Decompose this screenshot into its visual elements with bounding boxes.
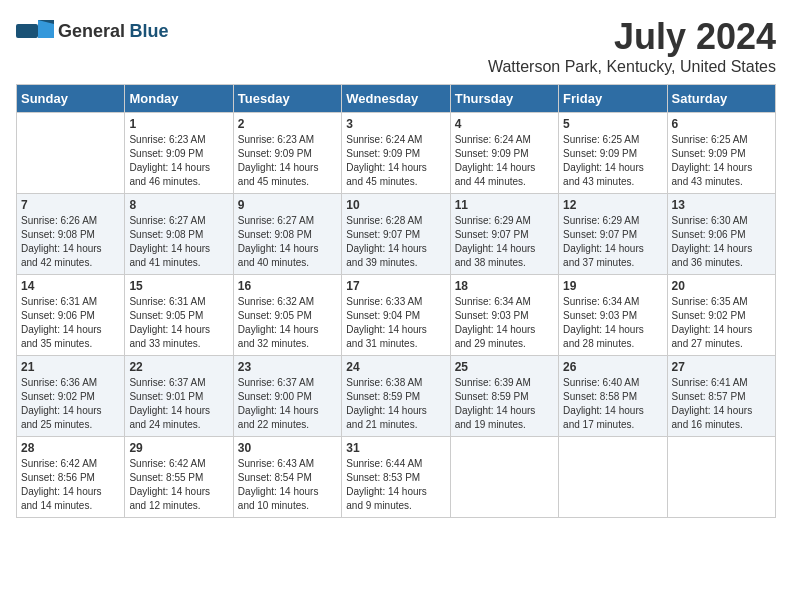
day-info: Sunrise: 6:28 AM Sunset: 9:07 PM Dayligh… xyxy=(346,214,445,270)
day-info: Sunrise: 6:33 AM Sunset: 9:04 PM Dayligh… xyxy=(346,295,445,351)
day-info: Sunrise: 6:27 AM Sunset: 9:08 PM Dayligh… xyxy=(129,214,228,270)
calendar-cell: 7Sunrise: 6:26 AM Sunset: 9:08 PM Daylig… xyxy=(17,194,125,275)
svg-rect-0 xyxy=(16,24,38,38)
day-number: 3 xyxy=(346,117,445,131)
day-number: 29 xyxy=(129,441,228,455)
weekday-header: Thursday xyxy=(450,85,558,113)
calendar-cell: 23Sunrise: 6:37 AM Sunset: 9:00 PM Dayli… xyxy=(233,356,341,437)
calendar-header: SundayMondayTuesdayWednesdayThursdayFrid… xyxy=(17,85,776,113)
calendar-cell: 16Sunrise: 6:32 AM Sunset: 9:05 PM Dayli… xyxy=(233,275,341,356)
calendar-cell: 19Sunrise: 6:34 AM Sunset: 9:03 PM Dayli… xyxy=(559,275,667,356)
calendar-cell: 5Sunrise: 6:25 AM Sunset: 9:09 PM Daylig… xyxy=(559,113,667,194)
calendar-week-row: 28Sunrise: 6:42 AM Sunset: 8:56 PM Dayli… xyxy=(17,437,776,518)
calendar-cell: 3Sunrise: 6:24 AM Sunset: 9:09 PM Daylig… xyxy=(342,113,450,194)
day-number: 6 xyxy=(672,117,771,131)
day-info: Sunrise: 6:42 AM Sunset: 8:56 PM Dayligh… xyxy=(21,457,120,513)
day-number: 10 xyxy=(346,198,445,212)
calendar-cell: 30Sunrise: 6:43 AM Sunset: 8:54 PM Dayli… xyxy=(233,437,341,518)
day-info: Sunrise: 6:39 AM Sunset: 8:59 PM Dayligh… xyxy=(455,376,554,432)
calendar-table: SundayMondayTuesdayWednesdayThursdayFrid… xyxy=(16,84,776,518)
calendar-cell: 12Sunrise: 6:29 AM Sunset: 9:07 PM Dayli… xyxy=(559,194,667,275)
day-number: 25 xyxy=(455,360,554,374)
day-info: Sunrise: 6:29 AM Sunset: 9:07 PM Dayligh… xyxy=(563,214,662,270)
weekday-header: Sunday xyxy=(17,85,125,113)
calendar-cell: 20Sunrise: 6:35 AM Sunset: 9:02 PM Dayli… xyxy=(667,275,775,356)
day-info: Sunrise: 6:25 AM Sunset: 9:09 PM Dayligh… xyxy=(672,133,771,189)
calendar-body: 1Sunrise: 6:23 AM Sunset: 9:09 PM Daylig… xyxy=(17,113,776,518)
month-title: July 2024 xyxy=(488,16,776,58)
calendar-cell: 17Sunrise: 6:33 AM Sunset: 9:04 PM Dayli… xyxy=(342,275,450,356)
logo: General Blue xyxy=(16,16,169,46)
day-number: 19 xyxy=(563,279,662,293)
calendar-cell: 24Sunrise: 6:38 AM Sunset: 8:59 PM Dayli… xyxy=(342,356,450,437)
calendar-cell: 25Sunrise: 6:39 AM Sunset: 8:59 PM Dayli… xyxy=(450,356,558,437)
day-number: 7 xyxy=(21,198,120,212)
calendar-week-row: 7Sunrise: 6:26 AM Sunset: 9:08 PM Daylig… xyxy=(17,194,776,275)
calendar-cell: 21Sunrise: 6:36 AM Sunset: 9:02 PM Dayli… xyxy=(17,356,125,437)
calendar-cell: 31Sunrise: 6:44 AM Sunset: 8:53 PM Dayli… xyxy=(342,437,450,518)
day-info: Sunrise: 6:23 AM Sunset: 9:09 PM Dayligh… xyxy=(129,133,228,189)
calendar-cell: 13Sunrise: 6:30 AM Sunset: 9:06 PM Dayli… xyxy=(667,194,775,275)
weekday-header: Friday xyxy=(559,85,667,113)
calendar-cell: 10Sunrise: 6:28 AM Sunset: 9:07 PM Dayli… xyxy=(342,194,450,275)
day-info: Sunrise: 6:24 AM Sunset: 9:09 PM Dayligh… xyxy=(455,133,554,189)
calendar-cell: 26Sunrise: 6:40 AM Sunset: 8:58 PM Dayli… xyxy=(559,356,667,437)
header: General Blue July 2024 Watterson Park, K… xyxy=(16,16,776,76)
day-number: 17 xyxy=(346,279,445,293)
calendar-cell xyxy=(667,437,775,518)
weekday-header: Tuesday xyxy=(233,85,341,113)
day-number: 23 xyxy=(238,360,337,374)
day-info: Sunrise: 6:34 AM Sunset: 9:03 PM Dayligh… xyxy=(563,295,662,351)
calendar-cell: 15Sunrise: 6:31 AM Sunset: 9:05 PM Dayli… xyxy=(125,275,233,356)
weekday-header: Wednesday xyxy=(342,85,450,113)
calendar-cell xyxy=(17,113,125,194)
day-info: Sunrise: 6:30 AM Sunset: 9:06 PM Dayligh… xyxy=(672,214,771,270)
day-info: Sunrise: 6:34 AM Sunset: 9:03 PM Dayligh… xyxy=(455,295,554,351)
weekday-header: Saturday xyxy=(667,85,775,113)
logo-general-text: General xyxy=(58,21,125,41)
day-info: Sunrise: 6:25 AM Sunset: 9:09 PM Dayligh… xyxy=(563,133,662,189)
day-number: 22 xyxy=(129,360,228,374)
day-number: 14 xyxy=(21,279,120,293)
title-area: July 2024 Watterson Park, Kentucky, Unit… xyxy=(488,16,776,76)
calendar-cell: 2Sunrise: 6:23 AM Sunset: 9:09 PM Daylig… xyxy=(233,113,341,194)
day-info: Sunrise: 6:29 AM Sunset: 9:07 PM Dayligh… xyxy=(455,214,554,270)
calendar-cell xyxy=(559,437,667,518)
calendar-week-row: 21Sunrise: 6:36 AM Sunset: 9:02 PM Dayli… xyxy=(17,356,776,437)
day-number: 11 xyxy=(455,198,554,212)
day-number: 18 xyxy=(455,279,554,293)
location-title: Watterson Park, Kentucky, United States xyxy=(488,58,776,76)
day-number: 1 xyxy=(129,117,228,131)
calendar-cell: 29Sunrise: 6:42 AM Sunset: 8:55 PM Dayli… xyxy=(125,437,233,518)
day-info: Sunrise: 6:42 AM Sunset: 8:55 PM Dayligh… xyxy=(129,457,228,513)
day-number: 13 xyxy=(672,198,771,212)
logo-icon xyxy=(16,16,54,46)
day-number: 24 xyxy=(346,360,445,374)
header-row: SundayMondayTuesdayWednesdayThursdayFrid… xyxy=(17,85,776,113)
calendar-week-row: 14Sunrise: 6:31 AM Sunset: 9:06 PM Dayli… xyxy=(17,275,776,356)
day-number: 9 xyxy=(238,198,337,212)
day-number: 28 xyxy=(21,441,120,455)
day-number: 26 xyxy=(563,360,662,374)
day-info: Sunrise: 6:43 AM Sunset: 8:54 PM Dayligh… xyxy=(238,457,337,513)
day-info: Sunrise: 6:37 AM Sunset: 9:01 PM Dayligh… xyxy=(129,376,228,432)
calendar-cell: 22Sunrise: 6:37 AM Sunset: 9:01 PM Dayli… xyxy=(125,356,233,437)
day-info: Sunrise: 6:31 AM Sunset: 9:05 PM Dayligh… xyxy=(129,295,228,351)
day-info: Sunrise: 6:41 AM Sunset: 8:57 PM Dayligh… xyxy=(672,376,771,432)
day-info: Sunrise: 6:36 AM Sunset: 9:02 PM Dayligh… xyxy=(21,376,120,432)
day-number: 2 xyxy=(238,117,337,131)
day-info: Sunrise: 6:35 AM Sunset: 9:02 PM Dayligh… xyxy=(672,295,771,351)
calendar-cell: 6Sunrise: 6:25 AM Sunset: 9:09 PM Daylig… xyxy=(667,113,775,194)
calendar-cell: 9Sunrise: 6:27 AM Sunset: 9:08 PM Daylig… xyxy=(233,194,341,275)
day-number: 31 xyxy=(346,441,445,455)
day-info: Sunrise: 6:31 AM Sunset: 9:06 PM Dayligh… xyxy=(21,295,120,351)
calendar-cell: 11Sunrise: 6:29 AM Sunset: 9:07 PM Dayli… xyxy=(450,194,558,275)
day-info: Sunrise: 6:27 AM Sunset: 9:08 PM Dayligh… xyxy=(238,214,337,270)
day-info: Sunrise: 6:40 AM Sunset: 8:58 PM Dayligh… xyxy=(563,376,662,432)
calendar-cell: 4Sunrise: 6:24 AM Sunset: 9:09 PM Daylig… xyxy=(450,113,558,194)
calendar-cell: 27Sunrise: 6:41 AM Sunset: 8:57 PM Dayli… xyxy=(667,356,775,437)
logo-blue-text: Blue xyxy=(130,21,169,41)
day-number: 16 xyxy=(238,279,337,293)
day-number: 15 xyxy=(129,279,228,293)
calendar-cell xyxy=(450,437,558,518)
